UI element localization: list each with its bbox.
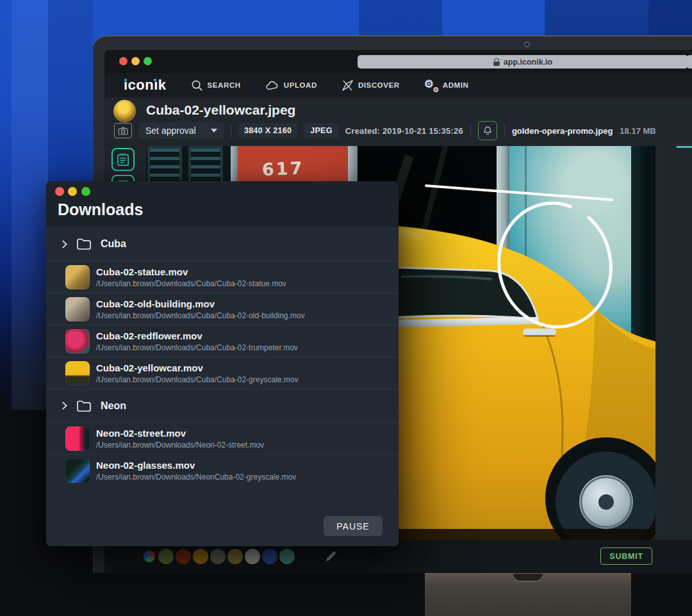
color-swatch[interactable] xyxy=(245,549,260,564)
nav-admin[interactable]: ⚙⚙ ADMIN xyxy=(424,79,469,92)
list-item[interactable]: Cuba-02-yellowcar.mov/Users/ian.brown/Do… xyxy=(46,357,399,389)
iconik-logo[interactable]: ıconık xyxy=(124,77,167,93)
zoom-window-button[interactable] xyxy=(81,187,90,196)
downloads-titlebar: Downloads xyxy=(46,181,399,227)
folder-icon xyxy=(76,400,92,412)
transfer-filesize: 18.17 MB xyxy=(620,126,655,136)
laptop-notch xyxy=(513,574,543,581)
color-swatch[interactable] xyxy=(193,549,208,564)
file-name: Cuba-02-old-building.mov xyxy=(96,298,305,309)
pause-button[interactable]: PAUSE xyxy=(324,516,383,536)
set-approval-dropdown[interactable]: Set approval xyxy=(139,122,224,139)
folder-name: Cuba xyxy=(101,238,126,250)
address-bar[interactable]: app.iconik.io xyxy=(358,55,688,69)
nav-discover[interactable]: DISCOVER xyxy=(342,79,400,92)
nav-search-label: SEARCH xyxy=(208,81,241,89)
color-swatches xyxy=(142,549,295,564)
resolution-badge: 3840 X 2160 xyxy=(238,123,297,138)
file-meta: Cuba-02-yellowcar.mov/Users/ian.brown/Do… xyxy=(96,362,298,384)
file-path: /Users/ian.brown/Downloads/Neon-02-stree… xyxy=(96,441,264,450)
file-name: Cuba-02-statue.mov xyxy=(96,266,286,277)
app-navbar: ıconık SEARCH UPLOAD DISCOVER ⚙⚙ ADMIN xyxy=(104,73,692,97)
file-path: /Users/ian.brown/Downloads/NeonCuba-02-g… xyxy=(96,473,296,482)
file-thumbnail xyxy=(65,297,90,321)
annotation-circle xyxy=(488,193,623,337)
chevron-down-icon xyxy=(211,129,217,133)
logo-dot xyxy=(154,79,156,81)
downloads-window[interactable]: Downloads CubaCuba-02-statue.mov/Users/i… xyxy=(46,181,399,546)
pencil-icon[interactable] xyxy=(324,549,338,563)
set-approval-label: Set approval xyxy=(145,126,196,136)
logo-dot xyxy=(124,79,127,81)
file-path: /Users/ian.brown/Downloads/Cuba/Cuba-02-… xyxy=(96,343,298,352)
minimize-window-button[interactable] xyxy=(131,57,140,65)
file-path: /Users/ian.brown/Downloads/Cuba/Cuba-02-… xyxy=(96,279,286,288)
desktop: app.iconik.io ıconık SEARCH UPLOAD DISCO… xyxy=(0,0,692,616)
file-name: Cuba-02-redflower.mov xyxy=(96,330,298,341)
list-item[interactable]: Cuba-02-redflower.mov/Users/ian.brown/Do… xyxy=(46,325,399,357)
browser-titlebar: app.iconik.io xyxy=(104,50,692,73)
laptop-base xyxy=(425,573,631,616)
color-swatch[interactable] xyxy=(210,549,226,564)
admin-gears-icon: ⚙⚙ xyxy=(424,79,438,92)
nav-upload-label: UPLOAD xyxy=(284,81,317,89)
nav-search[interactable]: SEARCH xyxy=(191,79,241,92)
zoom-window-button[interactable] xyxy=(144,57,152,65)
color-swatch[interactable] xyxy=(227,549,243,564)
format-badge: JPEG xyxy=(304,123,338,138)
close-window-button[interactable] xyxy=(119,57,128,65)
minimize-window-button[interactable] xyxy=(68,187,77,196)
divider xyxy=(504,124,505,138)
file-name: Neon-02-street.mov xyxy=(96,428,264,439)
submit-button[interactable]: SUBMIT xyxy=(600,547,652,565)
list-item[interactable]: Cuba-02-statue.mov/Users/ian.brown/Downl… xyxy=(46,261,399,293)
color-swatch[interactable] xyxy=(279,549,295,564)
nav-upload[interactable]: UPLOAD xyxy=(265,80,317,91)
list-item[interactable]: Neon xyxy=(46,389,399,422)
divider xyxy=(470,124,471,138)
asset-meta-row: Set approval 3840 X 2160 JPEG Created: 2… xyxy=(114,122,656,140)
file-meta: Cuba-02-statue.mov/Users/ian.brown/Downl… xyxy=(96,266,286,288)
file-thumbnail xyxy=(65,458,90,483)
color-swatch[interactable] xyxy=(262,549,277,564)
file-thumbnail xyxy=(65,265,90,289)
file-path: /Users/ian.brown/Downloads/Cuba/Cuba-02-… xyxy=(96,375,298,384)
file-meta: Cuba-02-redflower.mov/Users/ian.brown/Do… xyxy=(96,330,298,352)
file-meta: Cuba-02-old-building.mov/Users/ian.brown… xyxy=(96,298,305,320)
nav-discover-label: DISCOVER xyxy=(358,81,400,89)
file-path: /Users/ian.brown/Downloads/Cuba/Cuba-02-… xyxy=(96,311,305,320)
divider xyxy=(231,124,231,138)
multicolor-swatch[interactable] xyxy=(142,549,156,563)
nav-admin-label: ADMIN xyxy=(443,81,469,89)
file-meta: Neon-02-glasses.mov/Users/ian.brown/Down… xyxy=(96,460,296,482)
file-thumbnail xyxy=(65,426,90,451)
search-icon xyxy=(191,79,203,92)
color-swatch[interactable] xyxy=(158,549,174,564)
list-item[interactable]: Neon-02-street.mov/Users/ian.brown/Downl… xyxy=(46,422,399,454)
list-item[interactable]: Cuba-02-old-building.mov/Users/ian.brown… xyxy=(46,293,399,325)
asset-title: Cuba-02-yellowcar.jpeg xyxy=(146,102,295,118)
lock-icon xyxy=(493,58,500,66)
discover-compass-icon xyxy=(342,79,354,92)
wallpaper-band xyxy=(12,0,48,410)
upload-cloud-icon xyxy=(265,80,279,91)
metadata-panel-button[interactable] xyxy=(111,148,135,171)
color-swatch[interactable] xyxy=(176,549,191,564)
list-item[interactable]: Neon-02-glasses.mov/Users/ian.brown/Down… xyxy=(46,454,399,486)
folder-name: Neon xyxy=(101,400,126,412)
right-side-panel[interactable] xyxy=(677,146,692,540)
created-timestamp: Created: 2019-10-21 15:35:26 xyxy=(345,126,463,136)
file-thumbnail xyxy=(65,361,90,385)
file-name: Neon-02-glasses.mov xyxy=(96,460,296,471)
file-thumbnail xyxy=(65,329,90,353)
camera-icon[interactable] xyxy=(114,123,132,138)
list-item[interactable]: Cuba xyxy=(46,227,399,261)
chevron-right-icon[interactable] xyxy=(59,240,67,248)
notification-bell-icon[interactable] xyxy=(478,121,497,140)
url-text: app.iconik.io xyxy=(504,58,552,67)
file-name: Cuba-02-yellowcar.mov xyxy=(96,362,298,373)
downloads-title: Downloads xyxy=(58,200,143,219)
chevron-right-icon[interactable] xyxy=(59,401,67,410)
close-window-button[interactable] xyxy=(55,187,64,196)
notepad-icon xyxy=(117,152,129,166)
